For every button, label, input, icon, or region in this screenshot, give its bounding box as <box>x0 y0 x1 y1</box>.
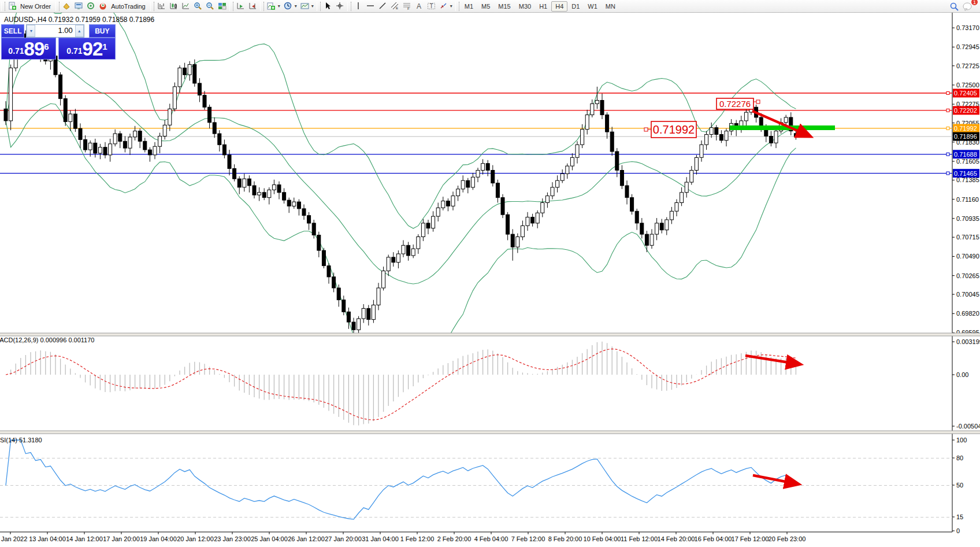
svg-text:0.72405: 0.72405 <box>954 90 977 97</box>
buy-price-big: 92 <box>83 39 103 58</box>
svg-text:8 Feb 20:00: 8 Feb 20:00 <box>548 535 582 542</box>
svg-text:26 Jan 12:00: 26 Jan 12:00 <box>288 535 325 542</box>
chart-canvas[interactable]: 0.731700.729450.727250.725000.722750.720… <box>0 0 980 547</box>
sell-price-pip: 6 <box>44 35 49 58</box>
svg-text:0.70265: 0.70265 <box>956 272 979 279</box>
svg-text:0.71992: 0.71992 <box>954 125 977 132</box>
svg-text:2 Feb 20:00: 2 Feb 20:00 <box>437 535 472 542</box>
svg-text:0.71688: 0.71688 <box>954 151 977 158</box>
volume-decrease-button[interactable]: ▼ <box>27 25 35 37</box>
high-price-annotation[interactable]: 0.72276 <box>717 98 760 109</box>
svg-text:20 Feb 23:00: 20 Feb 23:00 <box>769 535 806 542</box>
volume-value[interactable]: 1.00 <box>35 25 75 37</box>
svg-text:0.72202: 0.72202 <box>954 107 977 114</box>
svg-text:0.72945: 0.72945 <box>956 43 979 50</box>
svg-text:0.72276: 0.72276 <box>719 99 751 109</box>
svg-text:25 Jan 04:00: 25 Jan 04:00 <box>251 535 288 542</box>
svg-text:0.71605: 0.71605 <box>956 158 979 165</box>
svg-text:-0.005049: -0.005049 <box>956 423 980 430</box>
svg-text:0.69820: 0.69820 <box>956 310 979 317</box>
svg-text:10 Feb 04:00: 10 Feb 04:00 <box>584 535 621 542</box>
svg-text:100: 100 <box>956 437 967 443</box>
macd-label: MACD(12,26,9) 0.000996 0.001170 <box>0 337 94 343</box>
svg-text:17 Jan 20:00: 17 Jan 20:00 <box>103 535 140 542</box>
svg-text:0.72500: 0.72500 <box>956 82 979 88</box>
svg-text:23 Jan 23:00: 23 Jan 23:00 <box>214 535 251 542</box>
price-badge: 0.71465 <box>953 169 979 178</box>
svg-text:7 Feb 12:00: 7 Feb 12:00 <box>511 535 545 542</box>
svg-text:1 Feb 12:00: 1 Feb 12:00 <box>400 535 435 542</box>
svg-text:0.00: 0.00 <box>956 371 968 378</box>
buy-price-prefix: 0.71 <box>66 43 82 58</box>
svg-text:0.003199: 0.003199 <box>956 338 980 345</box>
chart-area[interactable]: 0.731700.729450.727250.725000.722750.720… <box>0 0 980 547</box>
buy-price-display[interactable]: 0.71 92 1 <box>58 38 116 60</box>
svg-text:50: 50 <box>956 482 963 489</box>
svg-text:27 Jan 20:00: 27 Jan 20:00 <box>325 535 362 542</box>
svg-text:0.71465: 0.71465 <box>954 170 977 177</box>
svg-text:Jan 2022: Jan 2022 <box>1 535 27 542</box>
one-click-trading-panel: SELL ▼ 1.00 ▲ BUY 0.71 89 6 0.71 92 1 <box>1 24 116 60</box>
svg-text:0.70490: 0.70490 <box>956 253 979 260</box>
svg-text:16 Feb 04:00: 16 Feb 04:00 <box>695 535 732 542</box>
svg-text:4 Feb 04:00: 4 Feb 04:00 <box>474 535 508 542</box>
volume-spinner: ▼ 1.00 ▲ <box>26 24 84 38</box>
svg-text:17 Feb 12:00: 17 Feb 12:00 <box>732 535 769 542</box>
svg-text:0.70935: 0.70935 <box>956 215 979 222</box>
price-badge: 0.72202 <box>953 106 979 114</box>
rsi-label: RSI(14) 51.3180 <box>0 437 42 443</box>
svg-text:19 Jan 04:00: 19 Jan 04:00 <box>140 535 177 542</box>
volume-increase-button[interactable]: ▲ <box>75 25 84 37</box>
level-price-annotation[interactable]: 0.71992 <box>644 121 696 138</box>
buy-price-pip: 1 <box>102 35 107 58</box>
svg-text:80: 80 <box>956 454 963 461</box>
sell-price-prefix: 0.71 <box>8 43 24 58</box>
svg-text:31 Jan 04:00: 31 Jan 04:00 <box>362 535 399 542</box>
sell-button[interactable]: SELL <box>1 24 24 38</box>
svg-text:0.71385: 0.71385 <box>956 176 979 183</box>
svg-text:0.70715: 0.70715 <box>956 234 979 241</box>
svg-text:0.71992: 0.71992 <box>653 123 695 136</box>
svg-text:0.70045: 0.70045 <box>956 291 979 298</box>
svg-text:14 Jan 12:00: 14 Jan 12:00 <box>66 535 103 542</box>
svg-text:0.71896: 0.71896 <box>954 133 977 140</box>
sell-price-big: 89 <box>24 39 44 58</box>
svg-text:15: 15 <box>956 513 963 520</box>
svg-text:20 Jan 12:00: 20 Jan 12:00 <box>177 535 214 542</box>
price-badge: 0.71992 <box>953 124 979 132</box>
svg-text:11 Feb 12:00: 11 Feb 12:00 <box>621 535 658 542</box>
svg-text:0.73170: 0.73170 <box>956 24 979 31</box>
price-badge: 0.71688 <box>953 150 979 158</box>
svg-text:0.72725: 0.72725 <box>956 62 979 69</box>
svg-text:0.71160: 0.71160 <box>956 196 979 203</box>
chart-title-ohlc: AUDUSD-,H4 0.71932 0.71959 0.71858 0.718… <box>4 16 154 24</box>
svg-text:0: 0 <box>956 527 960 534</box>
price-badge: 0.71896 <box>953 132 979 141</box>
svg-text:13 Jan 04:00: 13 Jan 04:00 <box>29 535 66 542</box>
price-badge: 0.72405 <box>953 89 979 98</box>
sell-price-display[interactable]: 0.71 89 6 <box>1 38 56 60</box>
svg-text:14 Feb 20:00: 14 Feb 20:00 <box>658 535 695 542</box>
green-trend-bar[interactable] <box>730 125 835 130</box>
